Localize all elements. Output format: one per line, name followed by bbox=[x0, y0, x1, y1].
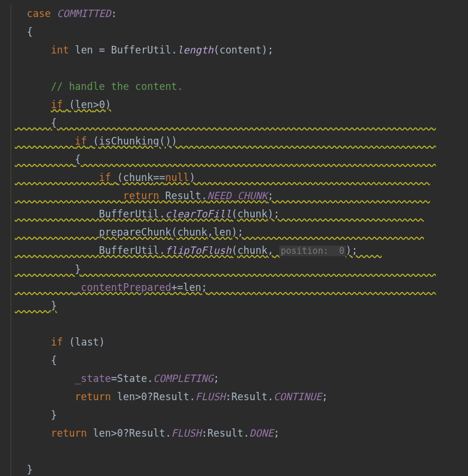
kw-return-3: return bbox=[51, 427, 86, 439]
kw-if-3: if bbox=[99, 172, 111, 183]
dot-1: . bbox=[171, 44, 177, 56]
brace-close-1: } bbox=[26, 464, 32, 475]
lp-6: ( bbox=[171, 226, 177, 238]
dot-9: . bbox=[243, 427, 249, 439]
lp-4: ( bbox=[117, 172, 123, 183]
op-gt-3: > bbox=[111, 427, 117, 439]
op-gt-1: > bbox=[93, 99, 99, 110]
var-len-3: len bbox=[213, 226, 232, 238]
brace-open-3: { bbox=[75, 153, 81, 165]
lp-8: ( bbox=[69, 336, 75, 348]
rp-7: ) bbox=[346, 244, 352, 256]
method-length: length bbox=[177, 44, 213, 56]
comma-2: , bbox=[268, 244, 273, 256]
rp-4: ) bbox=[189, 172, 195, 183]
dot-8: . bbox=[165, 427, 171, 439]
rp-2: ) bbox=[105, 99, 111, 110]
class-state: State bbox=[117, 373, 147, 384]
inline-hint-position: position: 0 bbox=[279, 246, 345, 256]
op-colon-1: : bbox=[225, 391, 231, 403]
const-committed: COMMITTED bbox=[57, 8, 111, 19]
rp-8: ) bbox=[99, 336, 105, 348]
const-needchunk: NEED_CHUNK bbox=[208, 190, 268, 202]
const-flush-2: FLUSH bbox=[171, 427, 201, 439]
num-0-3: 0 bbox=[117, 427, 123, 439]
class-result-4: Result bbox=[129, 427, 165, 439]
const-continue: CONTINUE bbox=[273, 391, 322, 403]
var-last: last bbox=[75, 336, 99, 348]
class-bufferutil-1: BufferUtil bbox=[111, 44, 171, 56]
num-0-2: 0 bbox=[141, 391, 147, 403]
field-contentprepared: _contentPrepared bbox=[75, 281, 171, 293]
var-chunk-4: chunk bbox=[238, 244, 268, 256]
brace-open-1: { bbox=[26, 26, 32, 38]
op-pluseq: += bbox=[171, 281, 183, 293]
kw-if-4: if bbox=[51, 336, 62, 348]
comma-1: , bbox=[208, 226, 213, 238]
class-result-2: Result bbox=[153, 391, 189, 403]
dot-3: . bbox=[159, 208, 165, 220]
method-cleartofill: clearToFill bbox=[165, 208, 232, 220]
semi-5: ; bbox=[352, 244, 357, 256]
method-fliptoflush: flipToFlush bbox=[165, 244, 232, 256]
op-eq-2: = bbox=[111, 373, 117, 384]
const-flush-1: FLUSH bbox=[195, 391, 225, 403]
rp-5: ) bbox=[268, 208, 273, 220]
var-len-4: len bbox=[183, 281, 202, 293]
semi-6: ; bbox=[201, 281, 207, 293]
type-int: int bbox=[51, 44, 69, 56]
op-q-2: ? bbox=[123, 427, 129, 439]
call-ischunking: isChunking bbox=[99, 135, 159, 147]
class-bufferutil-3: BufferUtil bbox=[99, 244, 159, 256]
const-completing: COMPLETING bbox=[153, 373, 213, 384]
semi-9: ; bbox=[273, 427, 279, 439]
kw-return-2: return bbox=[75, 391, 111, 403]
var-content: content bbox=[219, 44, 262, 56]
class-result-1: Result bbox=[165, 190, 201, 202]
op-eqeq: == bbox=[153, 172, 165, 183]
brace-open-2: { bbox=[51, 117, 56, 129]
op-gt-2: > bbox=[135, 391, 141, 403]
rp-3b: ) bbox=[165, 135, 171, 147]
semi-2: ; bbox=[268, 190, 273, 202]
brace-close-2: } bbox=[51, 300, 56, 311]
brace-open-4: { bbox=[51, 354, 56, 366]
field-state: _state bbox=[75, 373, 111, 384]
dot-5: . bbox=[147, 373, 153, 384]
op-eq: = bbox=[99, 44, 105, 56]
brace-close-4: } bbox=[51, 409, 56, 421]
op-q-1: ? bbox=[147, 391, 153, 403]
rp-3: ) bbox=[171, 135, 177, 147]
comment-handle: // handle the content. bbox=[51, 81, 183, 92]
dot-7: . bbox=[268, 391, 273, 403]
semi-3: ; bbox=[273, 208, 279, 220]
lp-3: ( bbox=[93, 135, 99, 147]
var-len-5: len bbox=[117, 391, 135, 403]
call-preparechunk: prepareChunk bbox=[99, 226, 171, 238]
num-0-1: 0 bbox=[99, 99, 105, 110]
var-len: len bbox=[75, 44, 93, 56]
lp-7: ( bbox=[232, 244, 238, 256]
var-len-6: len bbox=[93, 427, 111, 439]
semi-4: ; bbox=[238, 226, 243, 238]
rp-1: ) bbox=[262, 44, 268, 56]
lp-2: ( bbox=[69, 99, 75, 110]
dot-2: . bbox=[201, 190, 207, 202]
var-chunk-1: chunk bbox=[123, 172, 153, 183]
const-done: DONE bbox=[249, 427, 273, 439]
semi-1: ; bbox=[268, 44, 273, 56]
kw-if-2: if bbox=[75, 135, 86, 147]
lp-5: ( bbox=[232, 208, 238, 220]
brace-close-3: } bbox=[75, 263, 81, 275]
lp-3b: ( bbox=[159, 135, 165, 147]
lp-1: ( bbox=[213, 44, 219, 56]
semi-8: ; bbox=[322, 391, 327, 403]
dot-4: . bbox=[159, 244, 165, 256]
var-chunk-3: chunk bbox=[177, 226, 207, 238]
semi-7: ; bbox=[213, 373, 219, 384]
dot-6: . bbox=[189, 391, 195, 403]
kw-null: null bbox=[165, 172, 189, 183]
kw-if-1: if bbox=[51, 99, 62, 110]
op-colon-2: : bbox=[201, 427, 207, 439]
kw-case: case bbox=[26, 8, 51, 19]
